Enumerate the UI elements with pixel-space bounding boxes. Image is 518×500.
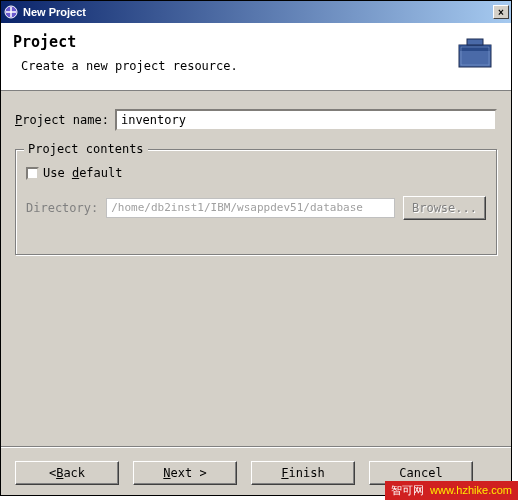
next-button[interactable]: Next > (133, 461, 237, 485)
button-bar: < Back Next > Finish Cancel (1, 446, 511, 485)
window-title: New Project (23, 6, 491, 18)
directory-label: Directory: (26, 201, 98, 215)
svg-rect-3 (467, 39, 483, 45)
finish-button[interactable]: Finish (251, 461, 355, 485)
page-title: Project (13, 33, 499, 51)
watermark-cn: 智可网 (391, 484, 424, 496)
close-button[interactable]: × (493, 5, 509, 19)
content-area: PProject name:roject name: Project conte… (1, 91, 511, 263)
project-name-row: PProject name:roject name: (15, 109, 497, 131)
browse-button: Browse... (403, 196, 486, 220)
watermark-url: www.hzhike.com (430, 484, 512, 496)
use-default-checkbox[interactable] (26, 167, 39, 180)
use-default-row: Use default (26, 166, 486, 180)
project-name-input[interactable] (115, 109, 497, 131)
project-contents-group: Project contents Use default Directory: … (15, 149, 497, 255)
watermark: 智可网www.hzhike.com (385, 481, 518, 500)
back-button[interactable]: < Back (15, 461, 119, 485)
use-default-label: Use default (43, 166, 123, 180)
wizard-banner: Project Create a new project resource. (1, 23, 511, 91)
titlebar: New Project × (1, 1, 511, 23)
app-icon (3, 4, 19, 20)
page-description: Create a new project resource. (21, 59, 499, 73)
group-legend: Project contents (24, 142, 148, 156)
svg-rect-2 (459, 45, 491, 51)
project-icon (455, 35, 495, 74)
project-name-label: PProject name:roject name: (15, 113, 109, 127)
new-project-dialog: New Project × Project Create a new proje… (0, 0, 512, 496)
directory-input: /home/db2inst1/IBM/wsappdev51/database (106, 198, 395, 218)
directory-row: Directory: /home/db2inst1/IBM/wsappdev51… (26, 196, 486, 220)
